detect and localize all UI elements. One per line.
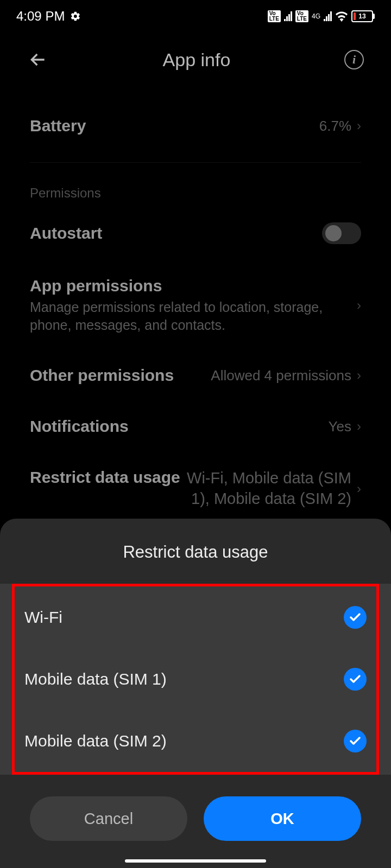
status-bar: 4:09 PM VoLTE VoLTE 4G 13 [0,0,391,33]
notifications-label: Notifications [30,417,129,436]
app-permissions-row[interactable]: App permissions Manage permissions relat… [30,260,361,350]
check-icon [344,668,367,691]
header: App info i [0,33,391,87]
cancel-button[interactable]: Cancel [30,796,187,841]
option-sim1[interactable]: Mobile data (SIM 1) [24,648,367,710]
home-indicator[interactable] [125,859,266,863]
chevron-right-icon: › [357,481,361,496]
battery-row[interactable]: Battery 6.7% › [30,87,361,151]
notifications-value: Yes › [329,418,361,435]
autostart-toggle[interactable] [322,222,361,244]
status-time: 4:09 PM [16,9,65,24]
notifications-row[interactable]: Notifications Yes › [30,401,361,452]
volte-icon-2: VoLTE [295,10,308,22]
option-wifi-label: Wi-Fi [24,608,62,627]
app-permissions-label: App permissions [30,277,357,295]
other-permissions-label: Other permissions [30,366,174,385]
option-sim1-label: Mobile data (SIM 1) [24,670,167,688]
option-wifi[interactable]: Wi-Fi [24,586,367,648]
restrict-data-sheet: Restrict data usage Wi-Fi Mobile data (S… [0,519,391,868]
autostart-label: Autostart [30,224,102,242]
other-permissions-value: Allowed 4 permissions › [211,367,361,384]
settings-list: Battery 6.7% › Permissions Autostart App… [0,87,391,525]
permissions-section-label: Permissions [30,174,361,206]
page-title: App info [163,49,231,71]
check-icon [344,730,367,752]
battery-icon: 13 [351,10,375,22]
chevron-right-icon: › [357,368,361,383]
chevron-right-icon: › [357,298,361,313]
options-highlight: Wi-Fi Mobile data (SIM 1) Mobile data (S… [12,584,379,775]
info-button[interactable]: i [344,50,364,69]
restrict-data-value: Wi-Fi, Mobile data (SIM 1), Mobile data … [183,468,351,509]
ok-button[interactable]: OK [204,796,361,841]
chevron-right-icon: › [357,419,361,434]
back-button[interactable] [27,49,49,71]
signal-bars-2 [324,11,332,21]
other-permissions-row[interactable]: Other permissions Allowed 4 permissions … [30,350,361,401]
divider [30,162,361,163]
sheet-title: Restrict data usage [0,519,391,584]
network-type: 4G [312,13,320,20]
signal-bars-1 [284,11,292,21]
gear-icon [70,11,81,22]
check-icon [344,606,367,629]
wifi-icon [335,11,348,22]
battery-label: Battery [30,117,86,135]
option-sim2[interactable]: Mobile data (SIM 2) [24,710,367,772]
app-permissions-subtitle: Manage permissions related to location, … [30,298,357,334]
chevron-right-icon: › [357,118,361,133]
autostart-row[interactable]: Autostart [30,206,361,260]
restrict-data-row[interactable]: Restrict data usage Wi-Fi, Mobile data (… [30,452,361,525]
battery-value: 6.7% › [319,118,361,135]
volte-icon-1: VoLTE [268,10,281,22]
restrict-data-label: Restrict data usage [30,468,180,487]
option-sim2-label: Mobile data (SIM 2) [24,732,167,750]
